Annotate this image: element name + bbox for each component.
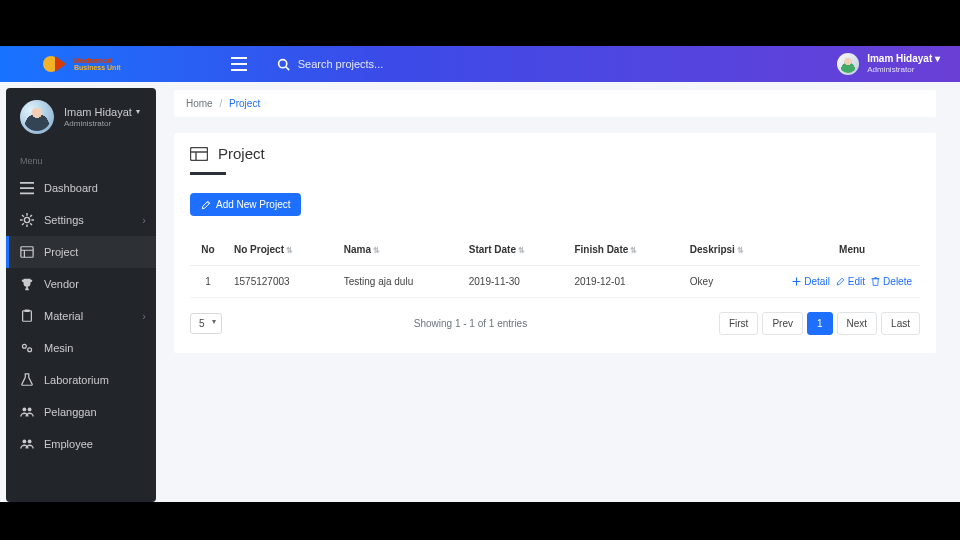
row-actions: Detail Edit Delete (792, 276, 912, 287)
chevron-right-icon: › (142, 214, 146, 226)
detail-button[interactable]: Detail (792, 276, 830, 287)
gear-icon (20, 213, 34, 227)
sidebar-item-label: Pelanggan (44, 406, 97, 418)
chevron-down-icon: ▾ (136, 107, 140, 117)
sidebar-item-label: Employee (44, 438, 93, 450)
app-logo[interactable]: Mechanical Business Unit (42, 54, 121, 74)
col-menu: Menu (784, 234, 920, 266)
cell-nama: Testing aja dulu (336, 266, 461, 298)
edit-button[interactable]: Edit (836, 276, 865, 287)
bars-icon (20, 181, 34, 195)
user-menu-top[interactable]: Imam Hidayat ▾ Administrator (837, 53, 940, 75)
add-new-project-button[interactable]: Add New Project (190, 193, 301, 216)
sidebar-item-label: Project (44, 246, 78, 258)
sidebar-item-label: Laboratorium (44, 374, 109, 386)
flask-icon (20, 373, 34, 387)
list-icon (20, 245, 34, 259)
breadcrumb: Home / Project (174, 90, 936, 117)
logo-text: Mechanical Business Unit (74, 57, 121, 71)
chevron-down-icon: ▾ (935, 53, 940, 64)
cogs-icon (20, 341, 34, 355)
svg-point-6 (22, 344, 26, 348)
col-finish[interactable]: Finish Date⇅ (566, 234, 681, 266)
main-content: Home / Project Project Add New Project (166, 82, 960, 502)
col-start[interactable]: Start Date⇅ (461, 234, 567, 266)
page-current[interactable]: 1 (807, 312, 833, 335)
svg-point-7 (28, 348, 32, 352)
svg-point-9 (28, 407, 32, 411)
topbar: Mechanical Business Unit Imam Hidayat ▾ … (0, 46, 960, 82)
sidebar-item-laboratorium[interactable]: Laboratorium (6, 364, 156, 396)
user-role: Administrator (867, 65, 940, 75)
breadcrumb-home[interactable]: Home (186, 98, 213, 109)
users-icon (20, 405, 34, 419)
page-first[interactable]: First (719, 312, 758, 335)
project-table: No No Project⇅ Nama⇅ Start Date⇅ Finish … (190, 234, 920, 298)
svg-point-10 (22, 439, 26, 443)
page-title: Project (190, 145, 920, 172)
sidebar-item-pelanggan[interactable]: Pelanggan (6, 396, 156, 428)
sidebar: Imam Hidayat ▾ Administrator Menu Dashbo… (6, 88, 156, 502)
delete-button[interactable]: Delete (871, 276, 912, 287)
svg-rect-3 (21, 247, 33, 258)
sort-icon: ⇅ (737, 246, 744, 255)
svg-rect-12 (191, 147, 208, 160)
svg-point-11 (28, 439, 32, 443)
sidebar-user[interactable]: Imam Hidayat ▾ Administrator (6, 88, 156, 144)
trophy-icon (20, 277, 34, 291)
sidebar-item-label: Vendor (44, 278, 79, 290)
cell-deskripsi: Okey (682, 266, 784, 298)
page-next[interactable]: Next (837, 312, 878, 335)
sidebar-item-employee[interactable]: Employee (6, 428, 156, 460)
col-nama[interactable]: Nama⇅ (336, 234, 461, 266)
sidebar-item-settings[interactable]: Settings › (6, 204, 156, 236)
sidebar-item-dashboard[interactable]: Dashboard (6, 172, 156, 204)
project-card: Project Add New Project No No Project⇅ N… (174, 133, 936, 353)
menu-heading: Menu (6, 144, 156, 172)
col-deskripsi[interactable]: Deskripsi⇅ (682, 234, 784, 266)
pencil-icon (201, 200, 211, 210)
search-box[interactable] (277, 58, 838, 71)
svg-point-8 (22, 407, 26, 411)
breadcrumb-separator: / (219, 98, 222, 109)
table-row: 1 1575127003 Testing aja dulu 2019-11-30… (190, 266, 920, 298)
hamburger-icon[interactable] (231, 57, 247, 71)
sidebar-item-project[interactable]: Project (6, 236, 156, 268)
entries-info: Showing 1 - 1 of 1 entries (414, 318, 527, 329)
sidebar-item-mesin[interactable]: Mesin (6, 332, 156, 364)
chevron-right-icon: › (142, 310, 146, 322)
svg-point-1 (278, 59, 286, 67)
sidebar-menu: Dashboard Settings › Project Vendor (6, 172, 156, 460)
clipboard-icon (20, 309, 34, 323)
sidebar-item-vendor[interactable]: Vendor (6, 268, 156, 300)
cell-no-project: 1575127003 (226, 266, 336, 298)
sort-icon: ⇅ (286, 246, 293, 255)
sort-icon: ⇅ (373, 246, 380, 255)
col-no-project[interactable]: No Project⇅ (226, 234, 336, 266)
svg-rect-4 (23, 311, 32, 322)
avatar (20, 100, 54, 134)
svg-point-2 (24, 217, 29, 222)
page-size-select[interactable]: 5 (190, 313, 222, 334)
search-icon (277, 58, 290, 71)
sidebar-item-label: Dashboard (44, 182, 98, 194)
sidebar-item-label: Material (44, 310, 83, 322)
pagination: First Prev 1 Next Last (719, 312, 920, 335)
sidebar-user-name: Imam Hidayat (64, 105, 132, 119)
breadcrumb-current: Project (229, 98, 260, 109)
svg-rect-5 (24, 309, 29, 312)
sidebar-item-label: Settings (44, 214, 84, 226)
page-prev[interactable]: Prev (762, 312, 803, 335)
avatar (837, 53, 859, 75)
users-icon (20, 437, 34, 451)
page-last[interactable]: Last (881, 312, 920, 335)
sort-icon: ⇅ (518, 246, 525, 255)
col-no[interactable]: No (190, 234, 226, 266)
user-name: Imam Hidayat (867, 53, 932, 64)
cell-finish: 2019-12-01 (566, 266, 681, 298)
cell-no: 1 (190, 266, 226, 298)
table-footer: 5 Showing 1 - 1 of 1 entries First Prev … (190, 312, 920, 335)
cell-start: 2019-11-30 (461, 266, 567, 298)
search-input[interactable] (298, 58, 498, 70)
sidebar-item-material[interactable]: Material › (6, 300, 156, 332)
